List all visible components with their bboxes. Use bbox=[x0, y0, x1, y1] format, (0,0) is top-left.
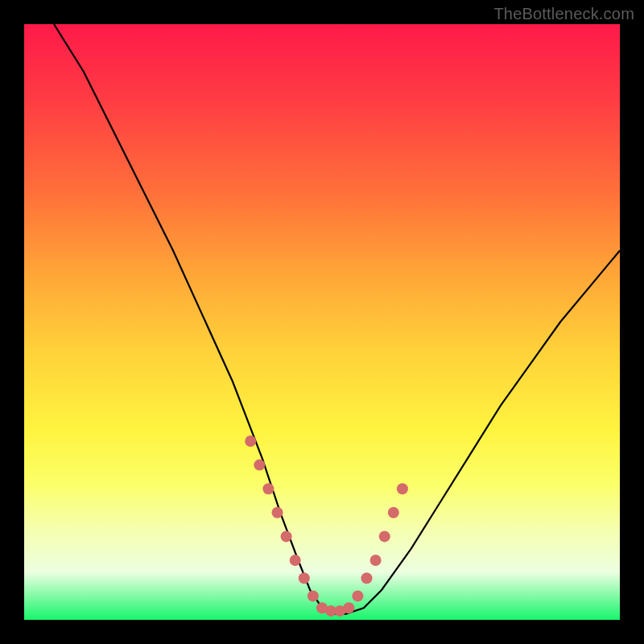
marker-dot bbox=[281, 530, 292, 542]
marker-dot bbox=[272, 507, 283, 518]
plot-area bbox=[24, 24, 620, 620]
bottleneck-curve bbox=[54, 24, 620, 614]
marker-dot bbox=[361, 572, 373, 584]
marker-dot bbox=[290, 555, 301, 566]
marker-dot bbox=[397, 483, 408, 494]
marker-dot bbox=[388, 507, 399, 518]
marker-dot bbox=[254, 460, 265, 471]
curve-layer bbox=[24, 24, 620, 620]
marker-dot bbox=[308, 590, 319, 601]
marker-dot bbox=[299, 572, 310, 584]
highlight-markers bbox=[245, 436, 408, 617]
marker-dot bbox=[379, 530, 390, 542]
marker-dot bbox=[343, 602, 354, 613]
marker-dot bbox=[262, 483, 274, 494]
chart-frame: TheBottleneck.com bbox=[0, 0, 644, 644]
watermark-text: TheBottleneck.com bbox=[493, 5, 634, 23]
marker-dot bbox=[352, 590, 363, 601]
marker-dot bbox=[245, 436, 256, 447]
marker-dot bbox=[370, 555, 382, 566]
